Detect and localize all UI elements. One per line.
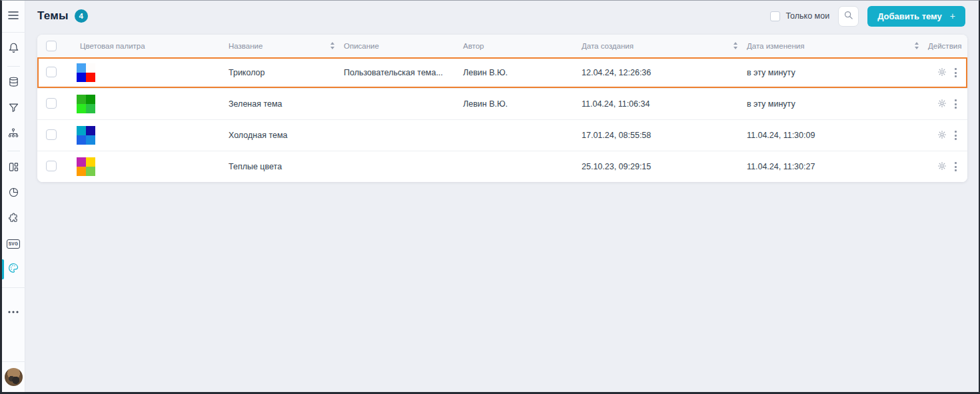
column-header-created[interactable]: Дата создания: [582, 42, 747, 50]
select-all-checkbox[interactable]: [46, 41, 57, 51]
row-checkbox-cell: [37, 67, 71, 79]
kebab-menu-icon: [955, 99, 957, 109]
main-content: Темы 4 Только мои Добавить тему +: [26, 1, 979, 392]
only-mine-toggle[interactable]: Только мои: [770, 11, 829, 21]
palette-color: [86, 95, 95, 104]
sort-icon[interactable]: [734, 42, 737, 49]
sidebar-item-svg[interactable]: SVG: [2, 231, 25, 257]
dashboard-layout-icon: [8, 161, 19, 175]
kebab-menu-icon: [955, 131, 957, 140]
sidebar-item-themes-palette[interactable]: [2, 257, 25, 282]
puzzle-piece-icon: [8, 212, 19, 226]
row-checkbox[interactable]: [46, 161, 57, 171]
settings-button[interactable]: [937, 161, 947, 173]
column-header-modified[interactable]: Дата изменения: [747, 42, 928, 50]
sidebar-item-more[interactable]: [2, 297, 25, 323]
palette-icon: [7, 262, 19, 277]
column-header-name-label: Название: [229, 42, 262, 50]
select-all-cell: [37, 41, 71, 51]
row-menu-button[interactable]: [955, 68, 957, 77]
cell-name: Холодная тема: [229, 131, 344, 140]
page-title: Темы: [37, 9, 69, 23]
cell-created: 25.10.23, 09:29:15: [582, 162, 747, 171]
palette-color: [86, 63, 95, 73]
sidebar-item-pie-chart[interactable]: [2, 181, 25, 206]
row-checkbox-cell: [37, 129, 71, 142]
palette-color: [77, 135, 86, 145]
table-row[interactable]: Теплые цвета 25.10.23, 09:29:15 11.04.24…: [37, 151, 967, 182]
palette-color: [77, 63, 86, 73]
themes-table: Цветовая палитра Название Описание Автор…: [37, 35, 967, 182]
row-checkbox[interactable]: [46, 129, 57, 140]
palette-color: [77, 126, 86, 135]
kebab-menu-icon: [955, 68, 957, 77]
cell-name: Теплые цвета: [229, 162, 344, 171]
color-palette-swatch: [77, 157, 95, 176]
palette-color: [86, 126, 95, 135]
table-row[interactable]: Зеленая тема Левин В.Ю. 11.04.24, 11:06:…: [37, 88, 967, 119]
palette-color: [77, 73, 86, 82]
sidebar-item-notifications[interactable]: [2, 37, 25, 62]
search-button[interactable]: [838, 6, 859, 27]
palette-color: [77, 167, 86, 176]
table-row[interactable]: Холодная тема 17.01.24, 08:55:58 11.04.2…: [37, 119, 967, 151]
settings-button[interactable]: [937, 99, 947, 110]
cell-description: Пользовательская тема...: [344, 68, 463, 77]
only-mine-label: Только мои: [785, 11, 829, 21]
sidebar-item-menu[interactable]: [2, 1, 25, 32]
cell-name: Триколор: [229, 68, 344, 77]
row-menu-button[interactable]: [955, 162, 957, 171]
add-theme-button[interactable]: Добавить тему +: [867, 6, 965, 27]
cell-actions: [928, 99, 967, 110]
sidebar-item-hierarchy[interactable]: [2, 121, 25, 147]
sort-icon[interactable]: [915, 42, 919, 49]
palette-color: [77, 95, 86, 104]
column-header-created-label: Дата создания: [582, 42, 634, 50]
color-palette-swatch: [77, 126, 95, 145]
sidebar-item-plugins[interactable]: [2, 206, 25, 231]
cell-palette: [71, 63, 229, 82]
user-profile[interactable]: [2, 361, 25, 392]
row-menu-button[interactable]: [955, 99, 957, 109]
app-window: SVG Темы 4 Только мои: [0, 0, 980, 394]
database-icon: [8, 76, 19, 91]
column-header-author: Автор: [463, 42, 582, 50]
palette-color: [86, 104, 95, 113]
count-badge: 4: [75, 9, 88, 23]
palette-color: [86, 73, 95, 82]
sort-icon[interactable]: [330, 42, 334, 49]
kebab-menu-icon: [955, 162, 957, 171]
cell-actions: [928, 67, 967, 79]
cell-author: Левин В.Ю.: [463, 99, 582, 109]
palette-color: [86, 135, 95, 145]
cell-author: Левин В.Ю.: [463, 68, 582, 77]
bell-icon: [8, 42, 19, 57]
sidebar: SVG: [2, 1, 25, 392]
table-row[interactable]: Триколор Пользовательская тема... Левин …: [37, 57, 967, 88]
sidebar-divider: [2, 287, 25, 288]
settings-button[interactable]: [937, 67, 947, 79]
sidebar-item-filter[interactable]: [2, 96, 25, 121]
cell-modified: 11.04.24, 11:30:27: [747, 162, 928, 171]
cell-modified: в эту минуту: [747, 99, 928, 109]
sidebar-item-layout[interactable]: [2, 155, 25, 181]
palette-color: [86, 167, 95, 176]
row-checkbox-cell: [37, 161, 71, 173]
row-checkbox[interactable]: [46, 98, 57, 109]
sidebar-divider: [7, 66, 20, 67]
page-header: Темы 4 Только мои Добавить тему +: [26, 1, 979, 31]
settings-button[interactable]: [937, 130, 947, 141]
user-avatar[interactable]: [5, 368, 23, 386]
column-header-name[interactable]: Название: [229, 42, 344, 50]
add-theme-label: Добавить тему: [877, 11, 942, 21]
only-mine-checkbox[interactable]: [770, 11, 780, 21]
column-header-description: Описание: [344, 42, 463, 50]
hamburger-menu-icon: [8, 11, 19, 23]
gear-icon: [937, 99, 947, 110]
gear-icon: [937, 161, 947, 173]
row-checkbox[interactable]: [46, 67, 57, 77]
cell-created: 17.01.24, 08:55:58: [582, 131, 747, 140]
row-menu-button[interactable]: [955, 131, 957, 140]
cell-palette: [71, 95, 229, 113]
sidebar-item-database[interactable]: [2, 71, 25, 96]
